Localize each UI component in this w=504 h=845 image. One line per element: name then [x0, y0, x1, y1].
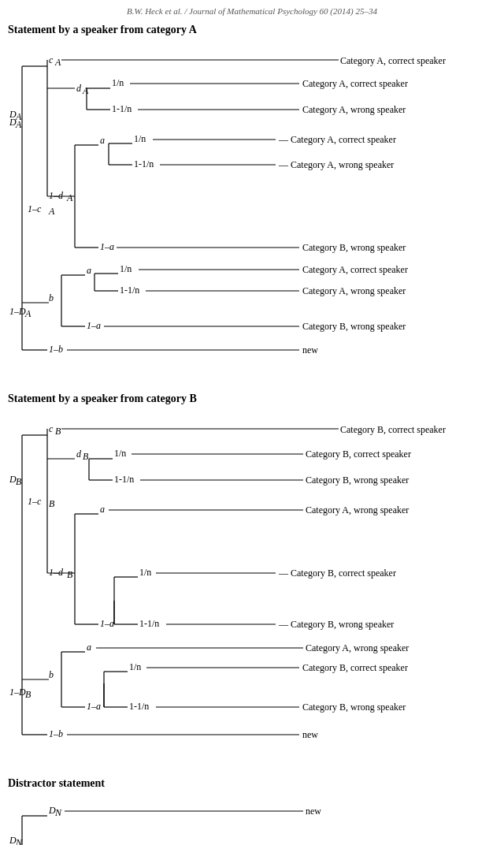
svg-text:1–c: 1–c	[28, 203, 42, 214]
header-citation: B.W. Heck et al. / Journal of Mathematic…	[8, 6, 496, 16]
svg-text:1–b: 1–b	[49, 728, 63, 739]
svg-text:N: N	[54, 807, 62, 818]
svg-text:Category B, correct speaker: Category B, correct speaker	[340, 424, 446, 435]
section-b: Statement by a speaker from category B D…	[8, 393, 496, 769]
svg-text:1–D: 1–D	[9, 687, 26, 698]
svg-text:1/n: 1/n	[114, 448, 126, 459]
svg-text:a: a	[100, 504, 105, 515]
svg-text:1–d: 1–d	[49, 567, 64, 578]
section-a: Statement by a speaker from category A D…	[8, 24, 496, 385]
svg-text:— Category B, correct speaker: — Category B, correct speaker	[278, 568, 396, 579]
svg-text:A: A	[24, 308, 32, 319]
svg-text:d: d	[76, 83, 82, 94]
svg-text:1/n: 1/n	[129, 661, 141, 672]
svg-text:N: N	[15, 837, 23, 845]
svg-text:1–d: 1–d	[49, 190, 64, 201]
svg-text:Category A, wrong speaker: Category A, wrong speaker	[306, 642, 409, 653]
svg-text:1–a: 1–a	[100, 618, 114, 629]
svg-text:1-1/n: 1-1/n	[139, 618, 159, 629]
svg-text:1–c: 1–c	[28, 496, 42, 507]
svg-text:Category B, wrong speaker: Category B, wrong speaker	[302, 321, 406, 332]
svg-text:A: A	[15, 111, 22, 122]
svg-text:b: b	[49, 669, 54, 680]
svg-text:1–D: 1–D	[9, 306, 26, 317]
svg-text:B: B	[16, 476, 22, 487]
svg-text:1-1/n: 1-1/n	[134, 158, 154, 169]
svg-text:a: a	[100, 135, 105, 146]
svg-text:B: B	[49, 498, 55, 509]
svg-text:1/n: 1/n	[134, 133, 146, 144]
svg-text:1/n: 1/n	[139, 567, 151, 578]
svg-text:new: new	[302, 344, 318, 355]
svg-text:A: A	[82, 85, 89, 96]
svg-text:Category A, correct speaker: Category A, correct speaker	[302, 78, 408, 89]
svg-text:1-1/n: 1-1/n	[129, 701, 149, 712]
svg-text:— Category A, correct speaker: — Category A, correct speaker	[278, 134, 396, 145]
section-d: Distractor statement DN DN new 1–DN b a	[8, 777, 496, 845]
svg-text:Category B, wrong speaker: Category B, wrong speaker	[302, 242, 406, 253]
svg-text:d: d	[76, 449, 82, 460]
svg-text:new: new	[306, 806, 321, 817]
svg-text:Category B, wrong speaker: Category B, wrong speaker	[302, 702, 406, 713]
svg-text:1-1/n: 1-1/n	[114, 474, 134, 485]
svg-text:Category B, correct speaker: Category B, correct speaker	[302, 662, 408, 673]
svg-text:A: A	[66, 192, 73, 203]
svg-text:Category A, correct speaker: Category A, correct speaker	[302, 264, 408, 275]
svg-text:1–a: 1–a	[87, 701, 101, 712]
svg-text:1-1/n: 1-1/n	[120, 285, 139, 296]
tree-b: DB cB Category B, correct speaker 1–cB d…	[8, 411, 504, 769]
svg-text:Category A, correct speaker: Category A, correct speaker	[340, 55, 446, 66]
svg-text:— Category A, wrong speaker: — Category A, wrong speaker	[278, 159, 394, 170]
svg-text:B: B	[25, 689, 32, 700]
svg-text:1/n: 1/n	[120, 263, 132, 274]
svg-text:Category B, wrong speaker: Category B, wrong speaker	[306, 475, 409, 486]
svg-text:a: a	[87, 642, 91, 653]
svg-text:1–a: 1–a	[87, 320, 101, 331]
svg-text:— Category B, wrong speaker: — Category B, wrong speaker	[278, 619, 394, 630]
svg-text:c: c	[49, 423, 54, 434]
svg-text:Category B, correct speaker: Category B, correct speaker	[306, 449, 411, 460]
section-a-title: Statement by a speaker from category A	[8, 24, 496, 36]
svg-text:B: B	[83, 451, 89, 462]
svg-text:A: A	[54, 57, 61, 68]
svg-text:c: c	[49, 54, 54, 65]
svg-text:Category A, wrong speaker: Category A, wrong speaker	[306, 504, 409, 516]
svg-text:A: A	[48, 206, 55, 217]
tree-d: DN DN new 1–DN b a Category A, wrong spe…	[8, 796, 504, 845]
svg-text:b: b	[49, 292, 54, 303]
svg-text:B: B	[67, 569, 73, 580]
svg-text:1–b: 1–b	[49, 344, 63, 355]
section-d-title: Distractor statement	[8, 777, 496, 790]
svg-text:1–a: 1–a	[100, 241, 114, 252]
svg-text:1-1/n: 1-1/n	[112, 103, 132, 114]
section-b-title: Statement by a speaker from category B	[8, 393, 496, 405]
tree-a: DA 1–cA cA Category A, correct speaker d…	[8, 43, 504, 385]
svg-text:Category A, wrong speaker: Category A, wrong speaker	[302, 104, 406, 115]
svg-text:1/n: 1/n	[112, 77, 124, 88]
svg-text:Category A, wrong speaker: Category A, wrong speaker	[302, 285, 406, 296]
svg-text:new: new	[302, 729, 318, 740]
svg-text:B: B	[55, 426, 61, 437]
svg-text:a: a	[87, 265, 91, 276]
